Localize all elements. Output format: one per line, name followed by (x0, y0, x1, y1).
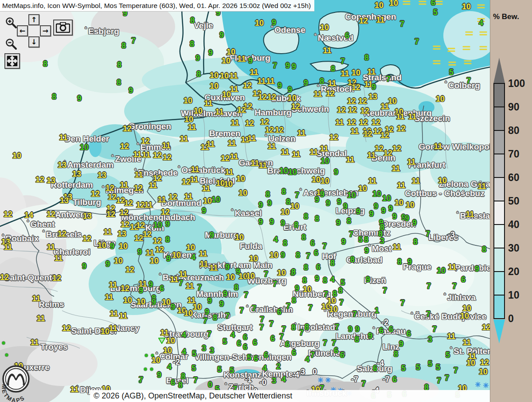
temperature-value: 10 (222, 56, 231, 66)
legend-color-segment (493, 225, 505, 248)
temperature-value: 12 (380, 131, 389, 140)
temperature-value: 6 (392, 375, 397, 384)
station-marker: ° (178, 165, 180, 171)
temperature-value: 5 (449, 68, 454, 77)
zoom-in-button[interactable] (4, 16, 18, 29)
temperature-value: 7 (454, 366, 458, 375)
temperature-value: 11 (313, 90, 322, 99)
city-label: °Amsterdam (64, 160, 113, 170)
temperature-value: 12 (161, 208, 170, 217)
temperature-value: 13 (58, 161, 66, 170)
snow-symbol-icon (325, 377, 331, 385)
map-canvas[interactable]: °Vejle°Esbjerg°Odense°NæstvedCopenhagen°… (0, 0, 490, 402)
temperature-value: 8 (304, 263, 308, 272)
temperature-value: 7 (352, 310, 357, 319)
temperature-value: 11 (267, 142, 276, 151)
temperature-value: 7 (269, 319, 274, 329)
temperature-value: 10 (227, 47, 235, 57)
temperature-value: 9 (171, 303, 175, 312)
temperature-value: 10 (321, 177, 329, 186)
metmaps-logo[interactable]: METMAPS (1, 362, 35, 402)
temperature-value: 11 (367, 67, 376, 77)
legend-tick-line (493, 271, 505, 272)
temperature-value: 9 (225, 263, 230, 272)
temperature-value: 11 (309, 148, 318, 157)
temperature-value: 11 (120, 181, 128, 190)
mist-symbol-icon (480, 45, 487, 51)
temperature-value: 11 (258, 161, 267, 170)
temperature-value: 4 (262, 364, 267, 373)
temperature-value: 9 (295, 284, 299, 293)
temperature-value: 11 (328, 79, 336, 88)
temperature-value: 12 (153, 151, 162, 160)
temperature-value: 11 (109, 324, 117, 333)
pan-left-button[interactable]: ← (17, 25, 28, 36)
temperature-value: 13 (72, 169, 81, 179)
pan-right-button[interactable]: → (40, 25, 51, 36)
temperature-value: 12 (168, 193, 177, 202)
drizzle-symbol-icon (145, 354, 148, 357)
arrow-down-icon: ↓ (31, 38, 37, 46)
temperature-value: 7 (432, 325, 437, 334)
zoom-out-button[interactable] (4, 37, 18, 51)
temperature-value: 13 (47, 176, 55, 185)
temperature-value: 10 (288, 94, 297, 103)
temperature-value: 7 (452, 282, 457, 291)
temperature-value: 6 (314, 248, 318, 258)
temperature-value: 7 (339, 298, 344, 307)
fullscreen-button[interactable] (4, 53, 20, 69)
temperature-value: 11 (209, 264, 218, 273)
temperature-value: 9 (364, 246, 369, 256)
temperature-value: 9 (281, 251, 285, 260)
temperature-value: 11 (323, 46, 331, 55)
temperature-value: 11 (184, 192, 192, 201)
mist-symbol-icon (448, 47, 455, 53)
temperature-value: 10 (249, 254, 258, 264)
temperature-value: 6 (379, 326, 383, 335)
temperature-value: 11 (231, 118, 239, 128)
station-marker: ° (314, 33, 317, 39)
temperature-value: 7 (386, 75, 391, 84)
temperature-value: 10 (184, 96, 192, 106)
city-label: Troyes (40, 342, 67, 352)
temperature-value: 6 (243, 333, 247, 342)
temperature-value: 9 (270, 217, 274, 227)
temperature-value: 8 (52, 92, 56, 102)
pan-down-button[interactable]: ↓ (28, 36, 39, 47)
arrow-right-icon: → (43, 27, 48, 35)
temperature-value: 9 (315, 274, 319, 284)
temperature-value: 12 (275, 126, 284, 135)
temperature-value: 12 (326, 89, 335, 99)
temperature-value: 9 (281, 219, 285, 228)
map-title: MetMaps.info, Icon WW-Symbol, Mos Temper… (2, 2, 311, 10)
temperature-value: 5 (358, 235, 363, 244)
temperature-value: 0 (313, 367, 317, 377)
temperature-value: 11 (204, 99, 212, 108)
legend-tick-label: 50 (508, 195, 531, 207)
temperature-value: 9 (248, 56, 253, 66)
pan-up-button[interactable]: ↑ (28, 14, 39, 25)
temperature-value: 9 (219, 31, 224, 40)
temperature-value: 10 (389, 0, 398, 8)
temperature-value: 8 (196, 70, 201, 79)
temperature-value: 9 (106, 260, 110, 269)
temperature-value: 9 (304, 79, 308, 88)
temperature-value: 7 (426, 229, 430, 239)
temperature-value: 9 (286, 61, 290, 71)
temperature-value: 8 (364, 53, 369, 63)
temperature-value: 9 (348, 325, 352, 334)
metmaps-logo-icon: METMAPS (1, 362, 35, 402)
temperature-value: 7 (437, 376, 441, 386)
temperature-value: 7 (273, 280, 277, 289)
city-label: °Osnabrück (178, 165, 225, 175)
attribution-bar[interactable]: © 2026 (AGB), OpenStreetMap, Deutscher W… (90, 390, 490, 402)
legend-tick-label: 30 (508, 242, 531, 254)
temperature-value: 10 (194, 106, 203, 116)
legend-color-segment (493, 248, 505, 272)
temperature-value: 12 (62, 324, 71, 333)
temperature-value: 11 (110, 309, 118, 319)
camera-button[interactable] (53, 20, 73, 35)
temperature-value: 11 (230, 152, 238, 162)
temperature-value: 11 (230, 85, 238, 94)
temperature-value: 10 (152, 356, 160, 365)
